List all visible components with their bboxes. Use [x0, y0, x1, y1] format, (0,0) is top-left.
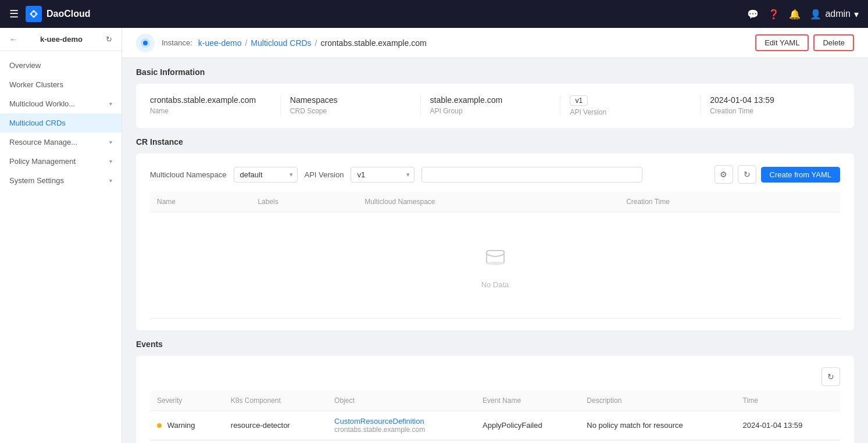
info-value-name: crontabs.stable.example.com [150, 95, 271, 105]
sidebar-item-resource-manage[interactable]: Resource Manage... ▾ [0, 133, 122, 152]
namespace-select[interactable]: default [234, 167, 298, 183]
col-time: Time [736, 391, 840, 411]
sidebar-cluster-name: k-uee-demo [40, 35, 83, 44]
events-refresh-btn[interactable]: ↻ [821, 367, 840, 386]
breadcrumb-current: crontabs.stable.example.com [321, 38, 427, 48]
api-version-select-wrapper: v1 [351, 167, 415, 183]
no-data-cell: No Data [150, 212, 840, 319]
events-toolbar: ↻ [150, 367, 840, 386]
logo-icon [26, 6, 42, 22]
create-from-yaml-button[interactable]: Create from YAML [761, 167, 840, 183]
edit-yaml-button[interactable]: Edit YAML [755, 34, 809, 51]
sidebar-item-multicloud-workloads[interactable]: Multicloud Worklo... ▾ [0, 94, 122, 113]
cr-instance-table: Name Labels Multicloud Namespace Creatio… [150, 192, 840, 319]
hamburger-icon[interactable]: ☰ [9, 8, 19, 20]
bell-icon[interactable]: 🔔 [789, 9, 801, 20]
svg-point-3 [143, 41, 148, 45]
severity-dot-icon [157, 423, 162, 428]
sidebar-item-system-settings[interactable]: System Settings ▾ [0, 171, 122, 190]
cell-severity: Warning [150, 411, 224, 440]
severity-label: Warning [167, 421, 195, 430]
sidebar-item-policy-management[interactable]: Policy Management ▾ [0, 152, 122, 171]
content: Basic Information crontabs.stable.exampl… [122, 58, 868, 443]
chevron-icon: ▾ [109, 177, 112, 184]
basic-info-title: Basic Information [136, 67, 854, 77]
cr-instance-section: CR Instance Multicloud Namespace default… [136, 137, 854, 330]
events-title: Events [136, 340, 854, 349]
breadcrumb-section-link[interactable]: Multicloud CRDs [251, 38, 311, 48]
navbar: ☰ DaoCloud 💬 ❓ 🔔 👤 admin ▾ [0, 0, 868, 28]
instance-icon [136, 34, 155, 52]
basic-info-card: crontabs.stable.example.com Name Namespa… [136, 84, 854, 128]
sidebar-item-multicloud-crds[interactable]: Multicloud CRDs [0, 113, 122, 133]
basic-info-section: Basic Information crontabs.stable.exampl… [136, 67, 854, 128]
api-version-select[interactable]: v1 [351, 167, 415, 183]
sidebar-item-label: Multicloud Worklo... [9, 99, 75, 108]
info-item-creation-time: 2024-01-04 13:59 Creation Time [701, 95, 840, 116]
col-labels: Labels [251, 192, 358, 212]
info-value-api-version: v1 [570, 95, 691, 106]
svg-point-5 [487, 262, 504, 265]
sidebar-item-label: Resource Manage... [9, 138, 77, 147]
col-object: Object [327, 391, 476, 411]
cell-description: No policy match for resource [580, 411, 735, 440]
info-label-api-version: API Version [570, 108, 691, 116]
info-item-name: crontabs.stable.example.com Name [150, 95, 281, 116]
object-name[interactable]: CustomResourceDefinition [334, 417, 469, 426]
help-icon[interactable]: ❓ [768, 9, 780, 20]
breadcrumb-cluster-link[interactable]: k-uee-demo [198, 38, 242, 48]
cr-instance-card: Multicloud Namespace default API Version… [136, 153, 854, 330]
sidebar-item-worker-clusters[interactable]: Worker Clusters [0, 75, 122, 94]
user-icon: 👤 [810, 9, 821, 20]
namespace-select-wrapper: default [234, 167, 298, 183]
delete-button[interactable]: Delete [813, 34, 854, 51]
breadcrumb-sep-2: / [315, 38, 317, 48]
col-event-name: Event Name [476, 391, 580, 411]
info-label-crd-scope: CRD Scope [290, 107, 411, 115]
chevron-icon: ▾ [109, 139, 112, 145]
cr-toolbar-right: ⚙ ↻ Create from YAML [715, 165, 840, 184]
table-row: Warning resource-detector CustomResource… [150, 411, 840, 440]
back-icon[interactable]: ← [9, 35, 17, 44]
breadcrumb-instance-label: Instance: [162, 38, 192, 47]
sidebar-item-overview[interactable]: Overview [0, 56, 122, 75]
sidebar-refresh-icon[interactable]: ↻ [106, 35, 112, 44]
user-menu[interactable]: 👤 admin ▾ [810, 9, 859, 20]
chevron-icon: ▾ [109, 101, 112, 107]
page-body: Basic Information crontabs.stable.exampl… [122, 58, 868, 443]
cr-toolbar: Multicloud Namespace default API Version… [150, 165, 840, 184]
settings-icon-btn[interactable]: ⚙ [715, 165, 733, 184]
chevron-icon: ▾ [109, 158, 112, 165]
breadcrumb-sep-1: / [245, 38, 247, 48]
breadcrumb-bar: Instance: k-uee-demo / Multicloud CRDs /… [122, 28, 868, 58]
cell-time: 2024-01-04 13:59 [736, 411, 840, 440]
info-value-crd-scope: Namespaces [290, 95, 411, 105]
chat-icon[interactable]: 💬 [747, 9, 759, 20]
cr-search-input[interactable] [422, 167, 642, 183]
events-section: Events ↻ Severity K8s Component Object [136, 340, 854, 443]
cr-table-body: No Data [150, 212, 840, 319]
info-label-creation-time: Creation Time [710, 107, 831, 115]
sidebar-item-label: Overview [9, 61, 41, 70]
no-data-text: No Data [157, 280, 833, 289]
pagination: Total 1 record ‹ 1 / 1 › 10 per page 20 … [150, 440, 840, 443]
sidebar-header: ← k-uee-demo ↻ [0, 28, 122, 51]
events-table: Severity K8s Component Object Event Name… [150, 391, 840, 440]
info-grid: crontabs.stable.example.com Name Namespa… [150, 95, 840, 116]
breadcrumb: Instance: k-uee-demo / Multicloud CRDs /… [136, 34, 427, 52]
info-item-api-group: stable.example.com API Group [421, 95, 561, 116]
namespace-label: Multicloud Namespace [150, 170, 227, 179]
info-value-api-group: stable.example.com [430, 95, 551, 105]
col-k8s-component: K8s Component [224, 391, 327, 411]
col-severity: Severity [150, 391, 224, 411]
cr-table-header: Name Labels Multicloud Namespace Creatio… [150, 192, 840, 212]
events-card: ↻ Severity K8s Component Object Event Na… [136, 356, 854, 443]
sidebar: ← k-uee-demo ↻ Overview Worker Clusters … [0, 28, 122, 443]
refresh-icon-btn[interactable]: ↻ [738, 165, 756, 184]
sidebar-item-label: Worker Clusters [9, 80, 63, 89]
logo-text: DaoCloud [47, 9, 91, 19]
username: admin [825, 9, 851, 19]
api-version-badge: v1 [570, 95, 588, 106]
content-wrapper: Instance: k-uee-demo / Multicloud CRDs /… [122, 28, 868, 443]
navbar-left: ☰ DaoCloud [9, 6, 91, 22]
